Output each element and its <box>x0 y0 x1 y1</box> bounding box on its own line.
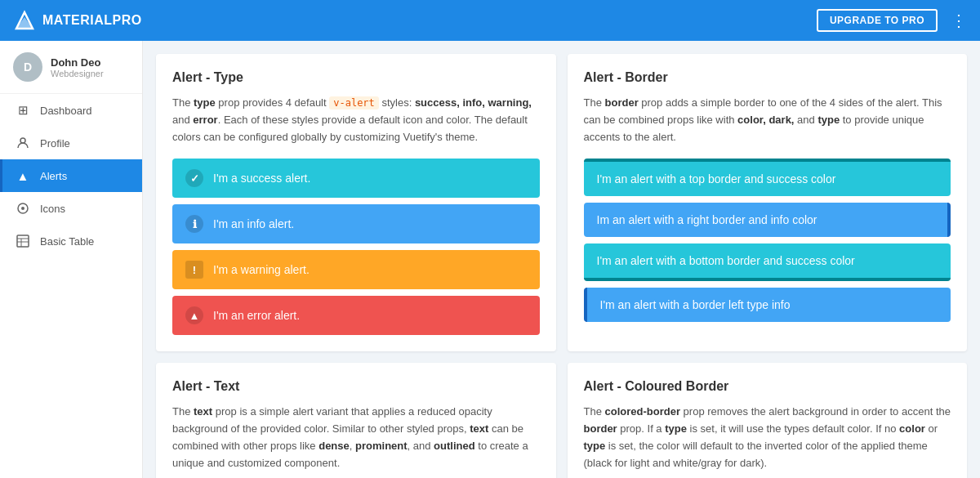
alert-coloured-border-title: Alert - Coloured Border <box>584 379 951 394</box>
alert-type-card: Alert - Type The type prop provides 4 de… <box>156 54 556 351</box>
alert-border-title: Alert - Border <box>584 70 951 85</box>
sidebar-item-alerts[interactable]: ▲ Alerts <box>0 159 142 192</box>
border-right-info-text: Im an alert with a right border and info… <box>597 213 817 226</box>
alert-text-card: Alert - Text The text prop is a simple a… <box>156 363 556 478</box>
border-left-info-text: I'm an alert with a border left type inf… <box>600 298 791 311</box>
dashboard-icon: ⊞ <box>16 103 30 118</box>
alert-border-desc: The border prop adds a simple border to … <box>584 95 951 145</box>
sidebar-label-icons: Icons <box>40 203 65 215</box>
main-layout: D Dohn Deo Webdesigner ⊞ Dashboard Profi… <box>0 41 980 478</box>
svg-point-2 <box>20 138 25 143</box>
alert-info: ℹ I'm an info alert. <box>172 204 540 243</box>
alerts-icon: ▲ <box>16 168 30 183</box>
sidebar-item-basic-table[interactable]: Basic Table <box>0 225 142 257</box>
profile-icon <box>16 136 30 150</box>
user-name: Dohn Deo <box>51 56 104 69</box>
sidebar-item-dashboard[interactable]: ⊞ Dashboard <box>0 94 142 127</box>
upgrade-button[interactable]: UPGRADE TO PRO <box>817 9 938 32</box>
alert-warning: ! I'm a warning alert. <box>172 250 540 289</box>
icons-icon <box>16 201 30 216</box>
alert-type-desc: The type prop provides 4 default v-alert… <box>172 95 540 145</box>
alert-error-text: I'm an error alert. <box>213 309 300 322</box>
sidebar-label-profile: Profile <box>40 137 70 150</box>
alert-border-card: Alert - Border The border prop adds a si… <box>568 54 968 351</box>
menu-icon[interactable]: ⋮ <box>951 11 967 30</box>
border-bottom-success-alert: I'm an alert with a bottom border and su… <box>584 243 951 281</box>
logo: MATERIALPRO <box>13 9 142 32</box>
sidebar: D Dohn Deo Webdesigner ⊞ Dashboard Profi… <box>0 41 143 478</box>
user-info: Dohn Deo Webdesigner <box>51 56 104 78</box>
main-content: Alert - Type The type prop provides 4 de… <box>143 41 980 478</box>
alert-coloured-border-desc: The colored-border prop removes the aler… <box>584 404 951 471</box>
logo-text: MATERIALPRO <box>42 13 142 28</box>
border-left-info-alert: I'm an alert with a border left type inf… <box>584 288 951 322</box>
alert-coloured-border-card: Alert - Coloured Border The colored-bord… <box>568 363 968 478</box>
sidebar-item-icons[interactable]: Icons <box>0 192 142 225</box>
alert-error: ▲ I'm an error alert. <box>172 296 540 335</box>
cards-row-2: Alert - Text The text prop is a simple a… <box>156 363 967 478</box>
alert-success-text: I'm a success alert. <box>213 172 310 185</box>
sidebar-label-basic-table: Basic Table <box>40 235 94 248</box>
border-top-success-alert: I'm an alert with a top border and succe… <box>584 159 951 196</box>
success-icon: ✓ <box>185 169 203 187</box>
svg-point-4 <box>21 207 24 210</box>
info-icon: ℹ <box>185 215 203 233</box>
alert-type-title: Alert - Type <box>172 70 540 85</box>
avatar: D <box>13 52 42 82</box>
warning-icon: ! <box>185 261 203 279</box>
sidebar-nav: ⊞ Dashboard Profile ▲ Alerts Icons <box>0 94 142 478</box>
sidebar-user: D Dohn Deo Webdesigner <box>0 41 142 94</box>
cards-row-1: Alert - Type The type prop provides 4 de… <box>156 54 967 351</box>
sidebar-label-alerts: Alerts <box>40 170 67 182</box>
svg-rect-5 <box>17 235 29 247</box>
basic-table-icon <box>16 234 30 248</box>
logo-icon <box>13 9 36 32</box>
border-bottom-success-text: I'm an alert with a bottom border and su… <box>597 254 855 267</box>
alert-warning-text: I'm a warning alert. <box>213 263 310 276</box>
border-right-info-alert: Im an alert with a right border and info… <box>584 203 951 237</box>
top-nav: MATERIALPRO UPGRADE TO PRO ⋮ <box>0 0 980 41</box>
sidebar-label-dashboard: Dashboard <box>40 105 92 117</box>
alert-success: ✓ I'm a success alert. <box>172 159 540 198</box>
alert-info-text: I'm an info alert. <box>213 217 294 230</box>
sidebar-item-profile[interactable]: Profile <box>0 127 142 159</box>
user-role: Webdesigner <box>51 69 104 78</box>
border-top-success-text: I'm an alert with a top border and succe… <box>597 172 836 185</box>
alert-text-desc: The text prop is a simple alert variant … <box>172 404 540 471</box>
alert-text-title: Alert - Text <box>172 379 540 394</box>
error-icon: ▲ <box>185 306 203 324</box>
